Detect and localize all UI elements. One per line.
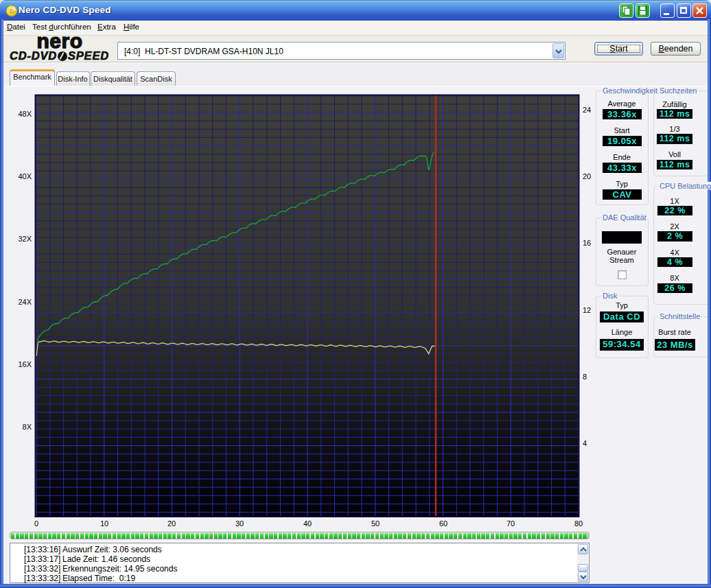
svg-text:0: 0 xyxy=(34,519,38,528)
svg-text:4: 4 xyxy=(583,439,587,447)
svg-text:16X: 16X xyxy=(18,360,32,368)
svg-text:70: 70 xyxy=(506,519,515,528)
svg-text:32X: 32X xyxy=(18,235,32,243)
svg-text:8X: 8X xyxy=(23,423,32,431)
svg-text:40: 40 xyxy=(303,519,312,528)
svg-text:40X: 40X xyxy=(18,172,32,180)
svg-text:8: 8 xyxy=(583,373,587,381)
svg-text:80: 80 xyxy=(574,519,583,528)
svg-text:50: 50 xyxy=(371,519,380,528)
svg-text:30: 30 xyxy=(235,519,244,528)
svg-text:10: 10 xyxy=(100,519,108,528)
svg-text:48X: 48X xyxy=(18,110,32,118)
svg-text:24X: 24X xyxy=(18,298,32,306)
svg-text:20: 20 xyxy=(167,519,176,528)
svg-text:16: 16 xyxy=(583,239,591,247)
svg-text:60: 60 xyxy=(439,519,447,528)
